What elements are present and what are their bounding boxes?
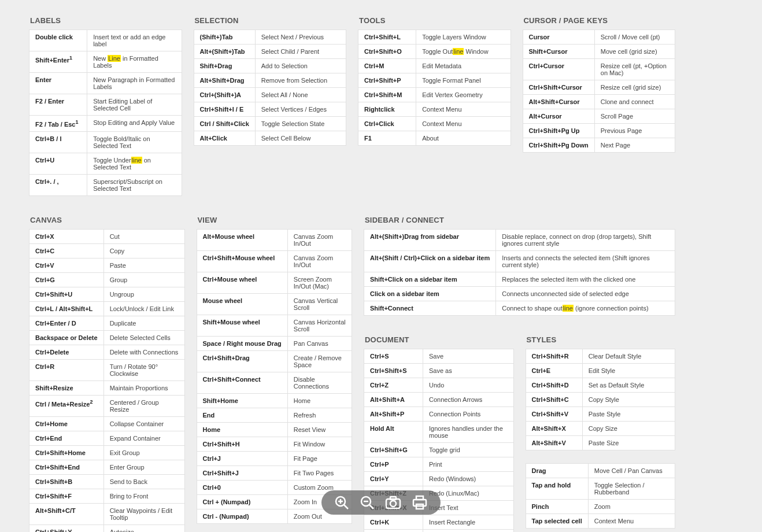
table-row: Ctrl+Shift+Mouse wheelCanvas Zoom In/Out [197,250,352,272]
camera-icon[interactable] [385,496,401,509]
shortcut-key: Ctrl+Shift+O [358,45,416,59]
shortcut-desc: Toggle Selection / Rubberband [588,478,675,499]
table-row: DragMove Cell / Pan Canvas [526,463,675,478]
shortcut-desc: Set as Default Style [582,378,675,392]
svg-rect-10 [413,500,426,506]
table-row: Ctrl+B / IToggle Bold/Italic on Selected… [29,131,182,153]
zoom-in-icon[interactable] [334,495,349,510]
shortcut-key: Ctrl+G [29,272,104,287]
section-canvas: CANVAS Ctrl+XCutCtrl+CCopyCtrl+VPasteCtr… [29,210,185,532]
shortcut-desc: Insert Ellipse [423,529,513,532]
table-row: Click on a sidebar itemConnects unconnec… [364,286,675,301]
table-row: Ctrl+MEdit Metadata [358,59,511,73]
table-row: EnterNew Paragraph in Formatted Labels [29,73,182,94]
shortcut-desc: Edit Style [582,363,675,378]
table-row: Ctrl+Shift+Pg UpPrevious Page [523,124,675,138]
table-row: Ctrl+XCut [29,229,185,243]
shortcut-desc: Clear Default Style [582,349,675,363]
shortcut-key: End [197,408,287,422]
table-row: Ctrl+Shift+HomeExit Group [29,445,185,460]
shortcut-desc: Save as [423,363,513,378]
shortcut-desc: Send to Back [103,474,184,489]
table-view: Alt+Mouse wheelCanvas Zoom In/OutCtrl+Sh… [197,229,353,524]
table-row: Ctrl+HomeCollapse Container [29,416,185,431]
table-row: Alt+Shift+CursorClone and connect [523,95,675,109]
table-row: Ctrl+Shift+Pg DownNext Page [523,138,675,153]
shortcut-desc: Connection Points [423,407,513,421]
shortcut-desc: Home [287,393,352,408]
shortcut-key: Shift+Cursor [523,45,594,59]
shortcut-desc: Delete Selected Cells [103,330,184,345]
shortcut-desc: Connects unconnected side of selected ed… [496,286,675,301]
shortcut-desc: Create / Remove Space [287,350,352,372]
shortcut-desc: Zoom [588,499,675,513]
table-row: Alt+Shift+VPaste Size [526,435,675,450]
shortcut-key: Backspace or Delete [29,330,104,345]
zoom-out-icon[interactable] [360,495,375,510]
shortcut-key: Ctrl+Z [364,378,423,392]
shortcut-desc: Add to Selection [255,59,346,73]
shortcut-key: Ctrl+Shift+P [358,73,416,88]
shortcut-key: Shift+Home [197,393,287,408]
svg-point-8 [390,501,396,507]
shortcut-desc: Paste [103,258,184,272]
shortcut-desc: Redo (Windows) [423,471,513,486]
table-row: Ctrl+Shift+CursorResize cell (grid size) [523,80,675,95]
shortcut-key: Tap and hold [526,478,588,499]
shortcut-key: Ctrl+Shift+F [29,489,104,503]
shortcut-key: Shift+Mouse wheel [197,315,287,336]
shortcut-desc: Enter Group [103,460,184,474]
table-row: Ctrl+CursorResize cell (pt, +Option on M… [523,59,675,80]
table-row: Ctrl+RTurn / Rotate 90° Clockwise [29,359,185,380]
shortcut-desc: Copy Size [582,421,675,435]
table-row: Ctrl+Shift+SSave as [364,363,514,378]
table-row: Alt+ClickSelect Cell Below [194,131,346,146]
table-selection: (Shift+)TabSelect Next / PreviousAlt+(Sh… [194,29,347,146]
table-row: Mouse wheelCanvas Vertical Scroll [197,293,352,315]
table-row: Ctrl+Shift+LToggle Layers Window [358,30,511,45]
shortcut-key: Ctrl+Shift+Y [29,524,104,532]
table-row: Ctrl+PPrint [364,457,514,471]
shortcut-desc: Ignores handles under the mouse [423,421,513,442]
table-row: PinchZoom [526,499,675,513]
shortcut-key: Ctrl+R [29,359,104,380]
table-row: Ctrl+Shift+EndEnter Group [29,460,185,474]
shortcut-desc: Canvas Zoom In/Out [287,250,352,272]
shortcut-key: Ctrl+Shift+M [358,88,416,102]
table-row: Ctrl+Enter / DDuplicate [29,316,185,330]
shortcut-key: Ctrl+Shift+Pg Up [523,124,594,138]
table-row: Ctrl+EEdit Style [526,363,675,378]
shortcut-desc: Select Next / Previous [255,30,346,45]
table-row: Shift+Click on a sidebar itemReplaces th… [364,272,675,286]
shortcut-desc: Canvas Horizontal Scroll [287,315,352,336]
print-icon[interactable] [412,495,428,510]
shortcut-key: Ctrl+Shift+I / E [194,102,255,117]
shortcut-desc: About [416,131,511,146]
shortcut-key: Ctrl+Shift+Cursor [523,80,594,95]
shortcut-key: Ctrl+Shift+H [197,437,287,451]
shortcut-desc: Toggle Outline Window [416,45,511,59]
shortcut-key: Ctrl+Shift+J [197,466,287,480]
table-row: Ctrl+Shift+VPaste Style [526,407,675,421]
shortcut-key: Ctrl / Shift+Click [194,117,255,131]
shortcut-key: Alt+(Shift / Ctrl)+Click on a sidebar it… [364,250,496,272]
shortcut-desc: Select Vertices / Edges [255,102,346,117]
table-row: Ctrl+. / ,Superscript/Subscript on Selec… [29,174,182,195]
table-cursor: CursorScroll / Move cell (pt)Shift+Curso… [523,29,676,153]
shortcut-desc: Toggle grid [423,442,513,457]
shortcut-desc: Screen Zoom In/Out (Mac) [287,272,352,293]
shortcut-desc: Select All / None [255,88,346,102]
table-row: Ctrl+(Shift+)ASelect All / None [194,88,346,102]
shortcut-key: Ctrl+Shift+V [526,407,582,421]
shortcut-key: Ctrl+Click [358,117,416,131]
shortcut-desc: Toggle Format Panel [416,73,511,88]
table-tools: Ctrl+Shift+LToggle Layers WindowCtrl+Shi… [358,29,511,146]
shortcut-desc: Print [423,457,513,471]
shortcut-key: Alt+(Shift+)Drag from sidebar [364,229,496,250]
shortcut-key: F2 / Enter [29,94,87,116]
shortcut-key: Hold Alt [364,421,423,442]
shortcut-desc: Move Cell / Pan Canvas [588,463,675,478]
shortcut-key: Ctrl+Shift+End [29,460,104,474]
shortcut-desc: Next Page [594,138,675,153]
shortcut-desc: Edit Metadata [416,59,511,73]
